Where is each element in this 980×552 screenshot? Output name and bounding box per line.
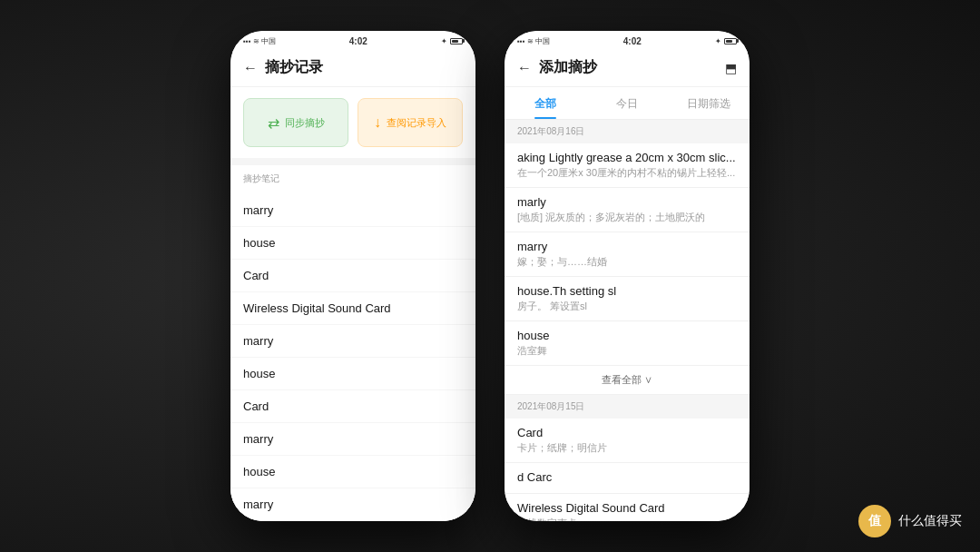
page-title-1: 摘抄记录 bbox=[265, 58, 323, 77]
back-button-1[interactable]: ← bbox=[243, 60, 258, 76]
import-icon: ↓ bbox=[374, 114, 381, 131]
status-right-1: ✦ bbox=[441, 37, 463, 45]
date-header-1: 2021年08月16日 bbox=[505, 120, 750, 143]
word-item[interactable]: marly [地质] 泥灰质的；多泥灰岩的；土地肥沃的 bbox=[505, 188, 750, 232]
word-title: house bbox=[517, 329, 737, 342]
list-item[interactable]: marry bbox=[230, 325, 475, 358]
word-title: house.Th setting sl bbox=[517, 284, 737, 298]
word-desc: 浩室舞 bbox=[517, 344, 737, 358]
list-item[interactable]: house bbox=[230, 358, 475, 390]
tab-today[interactable]: 今日 bbox=[586, 87, 668, 119]
section-label: 摘抄笔记 bbox=[243, 172, 463, 185]
word-desc: 房子。 筹设置sl bbox=[517, 300, 737, 313]
phone-2-screen: ▪▪▪ ≋ 中国 4:02 ✦ ← 添加摘抄 ⬒ 全部 今日 日 bbox=[505, 31, 750, 521]
status-left-2: ▪▪▪ ≋ 中国 bbox=[517, 36, 550, 46]
tab-date-filter[interactable]: 日期筛选 bbox=[668, 87, 750, 119]
signal-icon-2: ▪▪▪ bbox=[517, 37, 525, 45]
word-desc: 嫁；娶；与……结婚 bbox=[517, 255, 737, 269]
word-item[interactable]: Card 卡片；纸牌；明信片 bbox=[505, 419, 750, 463]
word-item[interactable]: d Carc bbox=[505, 463, 750, 494]
notes-section-header: 摘抄笔记 bbox=[230, 165, 475, 194]
tab-all[interactable]: 全部 bbox=[505, 87, 586, 119]
sync-button[interactable]: ⇄ 同步摘抄 bbox=[243, 98, 348, 147]
import-button[interactable]: ↓ 查阅记录导入 bbox=[358, 98, 463, 147]
import-button-label: 查阅记录导入 bbox=[387, 116, 446, 130]
content-scroll: 2021年08月16日 aking Lightly grease a 20cm … bbox=[505, 120, 750, 521]
page-header-1: ← 摘抄记录 bbox=[230, 51, 475, 87]
word-title: marry bbox=[517, 240, 737, 253]
list-item[interactable]: house bbox=[230, 456, 475, 488]
view-all-button[interactable]: 查看全部 ∨ bbox=[505, 366, 750, 395]
phone-1: ▪▪▪ ≋ 中国 4:02 ✦ ← 摘抄记录 ⇄ 同步摘抄 bbox=[230, 31, 475, 521]
sync-section: ⇄ 同步摘抄 ↓ 查阅记录导入 bbox=[230, 87, 475, 158]
page-header-2: ← 添加摘抄 ⬒ bbox=[505, 51, 750, 87]
battery-icon-1 bbox=[450, 38, 463, 44]
wifi-icon: ≋ bbox=[253, 37, 260, 45]
wifi-icon-2: ≋ bbox=[527, 37, 534, 45]
status-left-1: ▪▪▪ ≋ 中国 bbox=[243, 36, 276, 46]
page-title-2: 添加摘抄 bbox=[539, 58, 597, 77]
carrier-text-2: 中国 bbox=[535, 36, 550, 46]
word-title: d Carc bbox=[517, 470, 737, 484]
status-time-2: 4:02 bbox=[623, 36, 642, 46]
word-desc: 无线数字声卡 bbox=[517, 517, 737, 521]
word-desc: [地质] 泥灰质的；多泥灰岩的；土地肥沃的 bbox=[517, 211, 737, 224]
status-bar-1: ▪▪▪ ≋ 中国 4:02 ✦ bbox=[230, 31, 475, 51]
bluetooth-icon: ✦ bbox=[441, 37, 447, 45]
list-item[interactable]: Card bbox=[230, 390, 475, 423]
signal-icon: ▪▪▪ bbox=[243, 37, 251, 45]
status-right-2: ✦ bbox=[715, 37, 737, 45]
phone-2: ▪▪▪ ≋ 中国 4:02 ✦ ← 添加摘抄 ⬒ 全部 今日 日 bbox=[505, 31, 750, 521]
word-title: aking Lightly grease a 20cm x 30cm slic.… bbox=[517, 151, 737, 164]
watermark: 值 什么值得买 bbox=[858, 505, 962, 537]
sync-icon: ⇄ bbox=[268, 114, 279, 132]
list-item[interactable]: marry bbox=[230, 488, 475, 521]
word-title: Card bbox=[517, 426, 737, 439]
battery-icon-2 bbox=[724, 38, 737, 44]
word-item[interactable]: house.Th setting sl 房子。 筹设置sl bbox=[505, 277, 750, 321]
word-item[interactable]: aking Lightly grease a 20cm x 30cm slic.… bbox=[505, 143, 750, 188]
list-item[interactable]: marry bbox=[230, 423, 475, 456]
phone-1-screen: ▪▪▪ ≋ 中国 4:02 ✦ ← 摘抄记录 ⇄ 同步摘抄 bbox=[230, 31, 475, 521]
word-item[interactable]: Wireless Digital Sound Card 无线数字声卡 bbox=[505, 494, 750, 521]
notes-list: marry house Card Wireless Digital Sound … bbox=[230, 194, 475, 521]
phones-container: ▪▪▪ ≋ 中国 4:02 ✦ ← 摘抄记录 ⇄ 同步摘抄 bbox=[230, 31, 750, 521]
watermark-badge: 值 bbox=[858, 505, 891, 537]
share-button[interactable]: ⬒ bbox=[725, 61, 737, 75]
list-item[interactable]: marry bbox=[230, 194, 475, 227]
watermark-text: 什么值得买 bbox=[898, 513, 962, 529]
word-item[interactable]: house 浩室舞 bbox=[505, 321, 750, 366]
sync-button-label: 同步摘抄 bbox=[285, 116, 325, 130]
back-button-2[interactable]: ← bbox=[517, 60, 532, 76]
status-time-1: 4:02 bbox=[349, 36, 368, 46]
bluetooth-icon-2: ✦ bbox=[715, 37, 721, 45]
word-desc: 在一个20厘米x 30厘米的内村不粘的锡片上轻轻... bbox=[517, 166, 737, 180]
tabs-bar: 全部 今日 日期筛选 bbox=[505, 87, 750, 120]
word-title: Wireless Digital Sound Card bbox=[517, 501, 737, 515]
list-item[interactable]: Card bbox=[230, 260, 475, 292]
status-bar-2: ▪▪▪ ≋ 中国 4:02 ✦ bbox=[505, 31, 750, 51]
date-header-2: 2021年08月15日 bbox=[505, 395, 750, 419]
word-title: marly bbox=[517, 195, 737, 209]
list-item[interactable]: house bbox=[230, 227, 475, 260]
word-desc: 卡片；纸牌；明信片 bbox=[517, 441, 737, 455]
word-item[interactable]: marry 嫁；娶；与……结婚 bbox=[505, 232, 750, 277]
list-item[interactable]: Wireless Digital Sound Card bbox=[230, 292, 475, 325]
carrier-text: 中国 bbox=[261, 36, 276, 46]
